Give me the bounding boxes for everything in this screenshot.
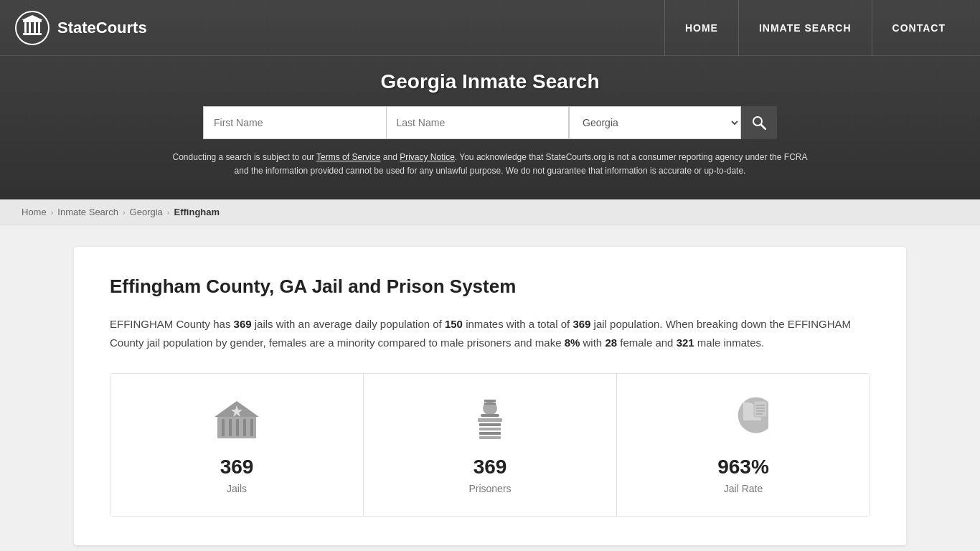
privacy-link[interactable]: Privacy Notice [400,152,455,162]
desc-jails-count: 369 [234,318,252,330]
svg-rect-25 [479,432,501,435]
logo-text: StateCourts [57,19,147,37]
jail-rate-label: Jail Rate [724,483,763,494]
svg-rect-6 [38,22,40,33]
svg-rect-1 [23,33,42,35]
jails-label: Jails [227,483,247,494]
breadcrumb: Home › Inmate Search › Georgia › Effingh… [0,199,980,225]
svg-rect-14 [243,419,246,436]
stats-row: 369 Jails [110,373,870,517]
svg-rect-19 [481,414,499,417]
svg-rect-15 [250,419,253,436]
desc-female-count: 28 [605,336,617,349]
svg-rect-5 [34,22,36,33]
breadcrumb-sep-2: › [123,208,126,217]
search-bar: Select State AlabamaAlaskaArizona Arkans… [203,106,777,139]
svg-rect-13 [236,419,239,436]
jail-rate-icon [718,395,768,446]
logo-link[interactable]: StateCourts [14,10,147,46]
search-button[interactable] [741,106,777,139]
svg-marker-7 [22,15,43,20]
breadcrumb-georgia[interactable]: Georgia [130,207,163,217]
terms-link[interactable]: Terms of Service [316,152,380,162]
main-content: Effingham County, GA Jail and Prison Sys… [60,225,920,551]
nav-links: HOME INMATE SEARCH CONTACT [664,0,966,56]
logo-icon [14,10,50,46]
search-section: Georgia Inmate Search Select State Alaba… [0,56,980,199]
jail-rate-number: 963% [717,456,769,479]
svg-rect-12 [229,419,232,436]
content-heading: Effingham County, GA Jail and Prison Sys… [110,276,870,298]
svg-rect-11 [222,419,225,436]
breadcrumb-home[interactable]: Home [22,207,47,217]
breadcrumb-current: Effingham [174,207,220,217]
svg-rect-20 [484,402,496,405]
svg-rect-2 [23,20,42,22]
desc-avg-pop: 150 [445,318,463,330]
svg-rect-22 [478,418,502,422]
content-description: EFFINGHAM County has 369 jails with an a… [110,315,870,352]
stat-prisoners: 369 Prisoners [364,374,617,516]
jails-number: 369 [220,456,254,479]
svg-rect-3 [24,22,27,33]
desc-total-pop: 369 [573,318,590,330]
svg-rect-21 [484,400,496,402]
jail-icon [212,395,262,446]
desc-male-count: 321 [677,336,694,349]
breadcrumb-sep-1: › [51,208,54,217]
disclaimer: Conducting a search is subject to our Te… [167,151,813,192]
search-icon [752,116,766,130]
svg-rect-24 [479,428,501,430]
desc-county-name2: EFFINGHAM [788,318,851,330]
desc-female-pct: 8% [565,336,580,349]
svg-rect-23 [479,423,501,426]
svg-rect-26 [479,436,501,439]
desc-county-name: EFFINGHAM [110,318,173,330]
nav-inmate-search[interactable]: INMATE SEARCH [738,0,872,56]
svg-line-9 [761,125,765,129]
svg-rect-4 [29,22,31,33]
nav-home[interactable]: HOME [664,0,738,56]
breadcrumb-sep-3: › [167,208,170,217]
prisoners-number: 369 [473,456,507,479]
page-title: Georgia Inmate Search [14,70,966,93]
first-name-input[interactable] [203,106,386,139]
nav-contact[interactable]: CONTACT [872,0,966,56]
content-card: Effingham County, GA Jail and Prison Sys… [74,247,906,545]
nav-bar: StateCourts HOME INMATE SEARCH CONTACT [0,0,980,56]
stat-jail-rate: 963% Jail Rate [617,374,870,516]
stat-jails: 369 Jails [110,374,364,516]
prisoners-label: Prisoners [468,483,511,494]
last-name-input[interactable] [386,106,570,139]
state-select[interactable]: Select State AlabamaAlaskaArizona Arkans… [569,106,741,139]
prisoner-icon [465,395,515,446]
breadcrumb-inmate-search[interactable]: Inmate Search [57,207,118,217]
